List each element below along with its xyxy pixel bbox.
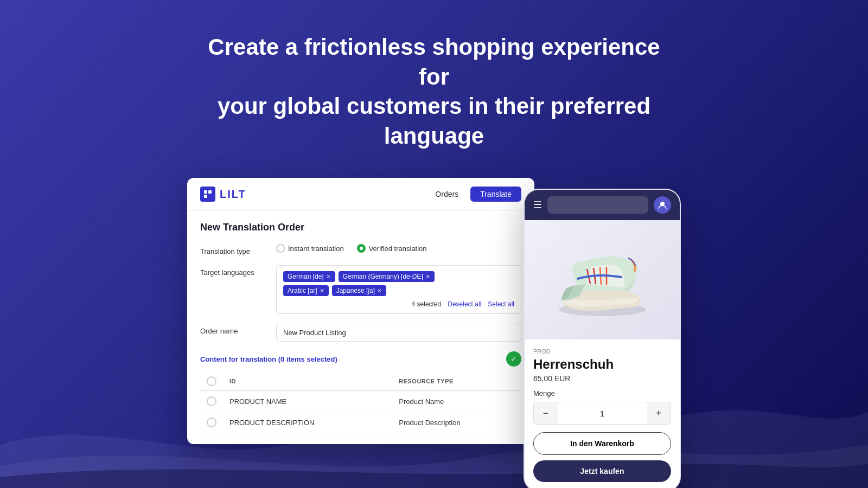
main-content: LILT Orders Translate New Translation Or… (0, 172, 868, 488)
hamburger-icon[interactable]: ☰ (533, 199, 542, 211)
svg-rect-1 (208, 190, 212, 194)
tags-container[interactable]: German [de] ✕ German (Germany) [de-DE] ✕… (276, 265, 521, 314)
select-all-link[interactable]: Select all (488, 300, 514, 308)
headline-line2: your global customers in their preferred… (218, 93, 650, 149)
radio-inner-dot (360, 247, 363, 250)
panel-nav: Orders Translate (425, 187, 521, 202)
row1-checkbox-cell (200, 391, 223, 412)
tag-japanese-ja: Japanese [ja] ✕ (332, 285, 386, 296)
tag-german-de: German [de] ✕ (283, 271, 335, 282)
order-name-label: Order name (200, 324, 276, 335)
phone-mockup: ☰ (524, 189, 681, 488)
translation-type-options: Instant translation Verified translation (276, 244, 521, 253)
tag-arabic-ar-label: Arabic [ar] (288, 287, 317, 294)
prod-name: Herrenschuh (533, 357, 671, 372)
row2-resource-type: Product Description (392, 412, 521, 433)
instant-label: Instant translation (288, 245, 344, 253)
phone-search-bar (547, 196, 648, 214)
tag-arabic-ar: Arabic [ar] ✕ (283, 285, 329, 296)
order-name-row: Order name (200, 324, 521, 342)
phone-avatar (654, 196, 671, 214)
svg-rect-0 (204, 190, 207, 194)
order-name-control (276, 324, 521, 342)
tags-count: 4 selected (412, 300, 442, 308)
content-title: Content for translation (0 items selecte… (200, 355, 337, 363)
tag-japanese-ja-close[interactable]: ✕ (377, 287, 382, 294)
order-name-input[interactable] (276, 324, 521, 342)
prod-label: PROD (533, 348, 671, 355)
headline-section: Create a frictionless shopping experienc… (0, 0, 868, 172)
id-header: ID (223, 372, 392, 391)
verified-label: Verified translation (369, 245, 427, 253)
row1-resource-type: Product Name (392, 391, 521, 412)
tags-row-1: German [de] ✕ German (Germany) [de-DE] ✕ (283, 271, 514, 282)
table-head: ID RESOURCE TYPE (200, 372, 521, 391)
tags-footer: 4 selected Deselect all Select all (283, 300, 514, 308)
qty-minus-button[interactable]: − (534, 402, 558, 424)
tag-german-de-close[interactable]: ✕ (326, 273, 331, 280)
tag-german-de-de-label: German (Germany) [de-DE] (343, 273, 423, 280)
content-section: Content for translation (0 items selecte… (200, 351, 521, 433)
tag-arabic-ar-close[interactable]: ✕ (320, 287, 324, 294)
items-table: ID RESOURCE TYPE PRODUCT NAME Product Na… (200, 372, 521, 433)
orders-nav-button[interactable]: Orders (425, 187, 468, 202)
translate-nav-button[interactable]: Translate (470, 187, 521, 202)
target-languages-control: German [de] ✕ German (Germany) [de-DE] ✕… (276, 265, 521, 314)
lilt-logo: LILT (200, 187, 246, 202)
tag-german-de-label: German [de] (288, 273, 324, 280)
panel-header: LILT Orders Translate (187, 178, 534, 211)
prod-price: 65,00 EUR (533, 374, 671, 383)
target-languages-label: Target languages (200, 265, 276, 277)
resource-type-header: RESOURCE TYPE (392, 372, 521, 391)
product-body: PROD Herrenschuh 65,00 EUR Menge − 1 + I… (525, 339, 680, 488)
sneaker-illustration (548, 226, 656, 334)
phone-header: ☰ (525, 190, 680, 220)
qty-plus-button[interactable]: + (647, 402, 671, 424)
section-title: New Translation Order (200, 222, 521, 233)
check-circle-icon: ✓ (506, 351, 521, 367)
table-body: PRODUCT NAME Product Name PRODUCT DESCRI… (200, 391, 521, 433)
tags-row-2: Arabic [ar] ✕ Japanese [ja] ✕ (283, 285, 514, 296)
row1-checkbox[interactable] (207, 396, 216, 406)
qty-value: 1 (558, 409, 647, 418)
content-header: Content for translation (0 items selecte… (200, 351, 521, 367)
translation-type-control: Instant translation Verified translation (276, 244, 521, 253)
buy-now-button[interactable]: Jetzt kaufen (533, 460, 671, 482)
verified-radio[interactable] (357, 244, 366, 253)
instant-radio[interactable] (276, 244, 285, 253)
instant-translation-option[interactable]: Instant translation (276, 244, 344, 253)
row2-id: PRODUCT DESCRIPTION (223, 412, 392, 433)
tag-german-de-de-close[interactable]: ✕ (425, 273, 430, 280)
row1-id: PRODUCT NAME (223, 391, 392, 412)
lilt-panel: LILT Orders Translate New Translation Or… (187, 178, 534, 444)
qty-stepper: − 1 + (533, 402, 671, 425)
table-row: PRODUCT NAME Product Name (200, 391, 521, 412)
headline-text: Create a frictionless shopping experienc… (190, 33, 678, 151)
qty-label: Menge (533, 389, 671, 397)
translation-type-row: Translation type Instant translation Ver… (200, 244, 521, 255)
header-checkbox[interactable] (207, 376, 216, 386)
product-image (525, 220, 680, 339)
panel-body: New Translation Order Translation type I… (187, 211, 534, 444)
lilt-logo-text: LILT (220, 188, 246, 201)
row2-checkbox-cell (200, 412, 223, 433)
table-header-row: ID RESOURCE TYPE (200, 372, 521, 391)
checkbox-header (200, 372, 223, 391)
row2-checkbox[interactable] (207, 418, 216, 427)
table-row: PRODUCT DESCRIPTION Product Description (200, 412, 521, 433)
tag-german-de-de: German (Germany) [de-DE] ✕ (339, 271, 435, 282)
verified-translation-option[interactable]: Verified translation (357, 244, 427, 253)
translation-type-label: Translation type (200, 244, 276, 255)
lilt-logo-icon (200, 187, 215, 202)
add-to-cart-button[interactable]: In den Warenkorb (533, 432, 671, 455)
headline-line1: Create a frictionless shopping experienc… (208, 34, 660, 89)
svg-rect-2 (204, 195, 207, 198)
tag-japanese-ja-label: Japanese [ja] (336, 287, 375, 294)
target-languages-row: Target languages German [de] ✕ German (G… (200, 265, 521, 314)
deselect-all-link[interactable]: Deselect all (448, 300, 481, 308)
